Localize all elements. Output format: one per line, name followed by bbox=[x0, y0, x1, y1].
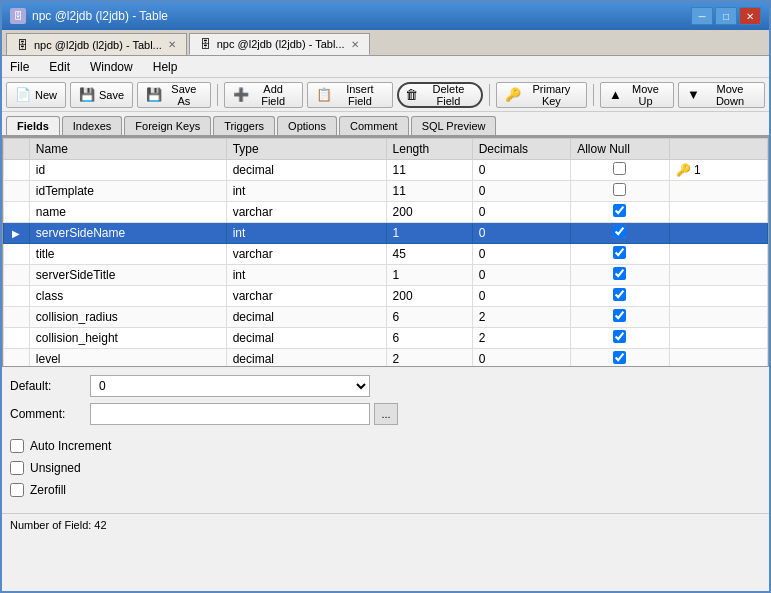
primary-key-button[interactable]: 🔑 Primary Key bbox=[496, 82, 587, 108]
table-row[interactable]: titlevarchar450 bbox=[4, 244, 768, 265]
field-name: idTemplate bbox=[29, 181, 226, 202]
save-button[interactable]: 💾 Save bbox=[70, 82, 133, 108]
saveas-button[interactable]: 💾 Save As bbox=[137, 82, 211, 108]
minimize-button[interactable]: ─ bbox=[691, 7, 713, 25]
allownull-checkbox[interactable] bbox=[613, 183, 626, 196]
field-length: 6 bbox=[386, 307, 472, 328]
col-header-length: Length bbox=[386, 139, 472, 160]
allownull-checkbox[interactable] bbox=[613, 267, 626, 280]
field-allownull[interactable] bbox=[571, 202, 669, 223]
field-allownull[interactable] bbox=[571, 265, 669, 286]
table-row[interactable]: collision_radiusdecimal62 bbox=[4, 307, 768, 328]
comment-input[interactable] bbox=[90, 403, 370, 425]
allownull-checkbox[interactable] bbox=[613, 204, 626, 217]
table-row[interactable]: serverSideTitleint10 bbox=[4, 265, 768, 286]
field-type: int bbox=[226, 181, 386, 202]
row-indicator bbox=[4, 328, 30, 349]
field-allownull[interactable] bbox=[571, 286, 669, 307]
field-allownull[interactable] bbox=[571, 160, 669, 181]
field-allownull[interactable] bbox=[571, 307, 669, 328]
field-length: 200 bbox=[386, 202, 472, 223]
field-type: varchar bbox=[226, 286, 386, 307]
default-select[interactable]: 0 bbox=[90, 375, 370, 397]
field-type: int bbox=[226, 223, 386, 244]
field-decimals: 2 bbox=[472, 307, 570, 328]
status-bar: Number of Field: 42 bbox=[2, 513, 769, 535]
comment-browse-button[interactable]: ... bbox=[374, 403, 398, 425]
table-row[interactable]: classvarchar2000 bbox=[4, 286, 768, 307]
row-indicator bbox=[4, 349, 30, 368]
table-row[interactable]: leveldecimal20 bbox=[4, 349, 768, 368]
menu-window[interactable]: Window bbox=[86, 58, 137, 76]
allownull-checkbox[interactable] bbox=[613, 288, 626, 301]
table-row[interactable]: collision_heightdecimal62 bbox=[4, 328, 768, 349]
tab2-close-icon[interactable]: ✕ bbox=[351, 39, 359, 50]
field-allownull[interactable] bbox=[571, 349, 669, 368]
field-extra bbox=[669, 265, 767, 286]
add-field-icon: ➕ bbox=[233, 87, 249, 102]
allownull-checkbox[interactable] bbox=[613, 162, 626, 175]
tab-comment[interactable]: Comment bbox=[339, 116, 409, 135]
menu-edit[interactable]: Edit bbox=[45, 58, 74, 76]
new-button[interactable]: 📄 New bbox=[6, 82, 66, 108]
auto-increment-checkbox[interactable] bbox=[10, 439, 24, 453]
allownull-checkbox[interactable] bbox=[613, 246, 626, 259]
app-icon: 🗄 bbox=[10, 8, 26, 24]
unsigned-label: Unsigned bbox=[30, 461, 81, 475]
field-name: serverSideTitle bbox=[29, 265, 226, 286]
primary-key-icon: 🔑 bbox=[505, 87, 521, 102]
allownull-checkbox[interactable] bbox=[613, 351, 626, 364]
insert-field-button[interactable]: 📋 Insert Field bbox=[307, 82, 393, 108]
table-row[interactable]: namevarchar2000 bbox=[4, 202, 768, 223]
field-decimals: 0 bbox=[472, 160, 570, 181]
allownull-checkbox[interactable] bbox=[613, 309, 626, 322]
fields-table-container[interactable]: Name Type Length Decimals Allow Null idd… bbox=[2, 137, 769, 367]
row-indicator bbox=[4, 202, 30, 223]
close-button[interactable]: ✕ bbox=[739, 7, 761, 25]
field-allownull[interactable] bbox=[571, 328, 669, 349]
new-icon: 📄 bbox=[15, 87, 31, 102]
allownull-checkbox[interactable] bbox=[613, 330, 626, 343]
field-allownull[interactable] bbox=[571, 181, 669, 202]
menu-help[interactable]: Help bbox=[149, 58, 182, 76]
unsigned-checkbox[interactable] bbox=[10, 461, 24, 475]
add-field-button[interactable]: ➕ Add Field bbox=[224, 82, 303, 108]
title-bar-left: 🗄 npc @l2jdb (l2jdb) - Table bbox=[10, 8, 168, 24]
field-type: decimal bbox=[226, 307, 386, 328]
field-length: 6 bbox=[386, 328, 472, 349]
table-row[interactable]: iddecimal110🔑 1 bbox=[4, 160, 768, 181]
table-row[interactable]: idTemplateint110 bbox=[4, 181, 768, 202]
tab1-icon: 🗄 bbox=[17, 39, 28, 51]
zerofill-checkbox[interactable] bbox=[10, 483, 24, 497]
table-row[interactable]: ▶serverSideNameint10 bbox=[4, 223, 768, 244]
tab-indexes[interactable]: Indexes bbox=[62, 116, 123, 135]
move-down-button[interactable]: ▼ Move Down bbox=[678, 82, 765, 108]
comment-control: ... bbox=[90, 403, 398, 425]
field-length: 11 bbox=[386, 160, 472, 181]
tab-fields[interactable]: Fields bbox=[6, 116, 60, 135]
field-decimals: 0 bbox=[472, 244, 570, 265]
tab-triggers[interactable]: Triggers bbox=[213, 116, 275, 135]
tab-sql-preview[interactable]: SQL Preview bbox=[411, 116, 497, 135]
document-tab-1[interactable]: 🗄 npc @l2jdb (l2jdb) - Tabl... ✕ bbox=[6, 33, 187, 55]
primary-key-label: Primary Key bbox=[525, 83, 578, 107]
maximize-button[interactable]: □ bbox=[715, 7, 737, 25]
document-tab-2[interactable]: 🗄 npc @l2jdb (l2jdb) - Tabl... ✕ bbox=[189, 33, 370, 55]
delete-field-icon: 🗑 bbox=[405, 87, 418, 102]
move-down-icon: ▼ bbox=[687, 87, 700, 102]
field-extra: 🔑 1 bbox=[669, 160, 767, 181]
move-up-button[interactable]: ▲ Move Up bbox=[600, 82, 674, 108]
tab-options[interactable]: Options bbox=[277, 116, 337, 135]
allownull-checkbox[interactable] bbox=[613, 225, 626, 238]
field-length: 11 bbox=[386, 181, 472, 202]
menu-file[interactable]: File bbox=[6, 58, 33, 76]
tab-foreign-keys[interactable]: Foreign Keys bbox=[124, 116, 211, 135]
tab1-close-icon[interactable]: ✕ bbox=[168, 39, 176, 50]
delete-field-button[interactable]: 🗑 Delete Field bbox=[397, 82, 483, 108]
default-label: Default: bbox=[10, 379, 90, 393]
zerofill-row: Zerofill bbox=[10, 483, 761, 497]
field-allownull[interactable] bbox=[571, 223, 669, 244]
field-allownull[interactable] bbox=[571, 244, 669, 265]
row-indicator bbox=[4, 244, 30, 265]
table-body: iddecimal110🔑 1idTemplateint110namevarch… bbox=[4, 160, 768, 368]
